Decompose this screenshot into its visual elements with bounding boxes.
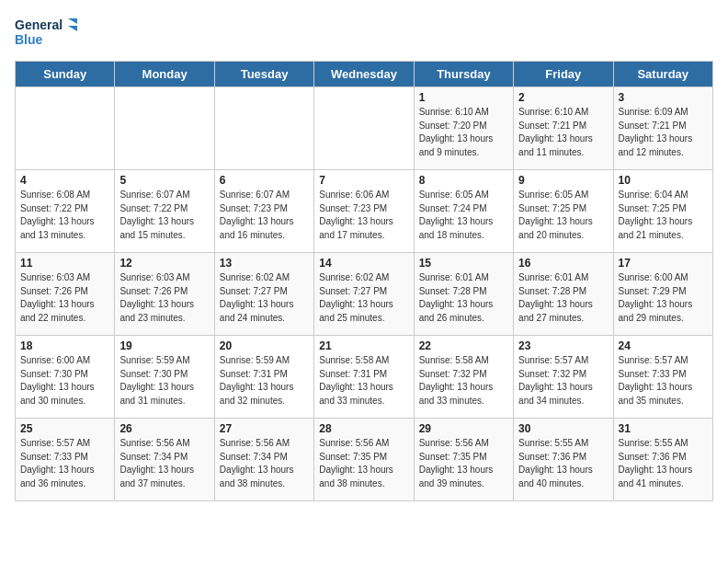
svg-marker-2 [68, 18, 77, 24]
day-number: 9 [518, 174, 608, 187]
calendar-cell: 4Sunrise: 6:08 AM Sunset: 7:22 PM Daylig… [16, 170, 115, 253]
day-number: 8 [419, 174, 508, 187]
day-number: 14 [319, 257, 408, 270]
day-info: Sunrise: 5:56 AM Sunset: 7:34 PM Dayligh… [119, 437, 209, 490]
day-number: 22 [419, 339, 508, 352]
day-number: 25 [20, 422, 109, 435]
day-info: Sunrise: 6:03 AM Sunset: 7:26 PM Dayligh… [119, 271, 209, 325]
day-number: 16 [518, 257, 608, 270]
calendar-cell: 13Sunrise: 6:02 AM Sunset: 7:27 PM Dayli… [214, 253, 313, 336]
weekday-row: SundayMondayTuesdayWednesdayThursdayFrid… [16, 62, 713, 87]
day-number: 10 [619, 174, 708, 187]
calendar-cell: 5Sunrise: 6:07 AM Sunset: 7:22 PM Daylig… [115, 170, 214, 253]
day-number: 3 [619, 91, 708, 104]
calendar-cell: 22Sunrise: 5:58 AM Sunset: 7:32 PM Dayli… [414, 336, 513, 419]
calendar-cell: 10Sunrise: 6:04 AM Sunset: 7:25 PM Dayli… [613, 170, 712, 253]
day-number: 19 [119, 339, 209, 352]
calendar-cell: 30Sunrise: 5:55 AM Sunset: 7:36 PM Dayli… [514, 419, 613, 501]
day-info: Sunrise: 5:59 AM Sunset: 7:30 PM Dayligh… [119, 354, 209, 408]
calendar-cell [214, 87, 313, 170]
day-info: Sunrise: 5:55 AM Sunset: 7:36 PM Dayligh… [619, 437, 708, 490]
day-number: 27 [220, 422, 309, 435]
day-info: Sunrise: 6:07 AM Sunset: 7:23 PM Dayligh… [220, 189, 309, 242]
calendar-week-row: 11Sunrise: 6:03 AM Sunset: 7:26 PM Dayli… [16, 253, 713, 336]
day-number: 18 [20, 339, 109, 352]
calendar-week-row: 18Sunrise: 6:00 AM Sunset: 7:30 PM Dayli… [16, 336, 713, 419]
weekday-header: Monday [115, 62, 214, 87]
header: General Blue [15, 15, 713, 53]
calendar-cell: 29Sunrise: 5:56 AM Sunset: 7:35 PM Dayli… [414, 419, 513, 501]
calendar-cell: 19Sunrise: 5:59 AM Sunset: 7:30 PM Dayli… [115, 336, 214, 419]
logo-svg: General Blue [15, 15, 79, 53]
day-info: Sunrise: 6:00 AM Sunset: 7:29 PM Dayligh… [619, 271, 708, 325]
day-number: 29 [419, 422, 508, 435]
calendar-cell: 21Sunrise: 5:58 AM Sunset: 7:31 PM Dayli… [314, 336, 414, 419]
calendar-cell: 8Sunrise: 6:05 AM Sunset: 7:24 PM Daylig… [414, 170, 513, 253]
calendar-week-row: 25Sunrise: 5:57 AM Sunset: 7:33 PM Dayli… [16, 419, 713, 501]
weekday-header: Thursday [414, 62, 513, 87]
day-info: Sunrise: 6:07 AM Sunset: 7:22 PM Dayligh… [119, 189, 209, 242]
day-info: Sunrise: 6:08 AM Sunset: 7:22 PM Dayligh… [20, 189, 109, 242]
day-info: Sunrise: 5:57 AM Sunset: 7:32 PM Dayligh… [518, 354, 608, 408]
day-info: Sunrise: 6:03 AM Sunset: 7:26 PM Dayligh… [20, 271, 109, 325]
calendar-cell: 9Sunrise: 6:05 AM Sunset: 7:25 PM Daylig… [514, 170, 613, 253]
day-info: Sunrise: 6:01 AM Sunset: 7:28 PM Dayligh… [419, 271, 508, 325]
day-info: Sunrise: 5:57 AM Sunset: 7:33 PM Dayligh… [619, 354, 708, 408]
calendar-cell: 23Sunrise: 5:57 AM Sunset: 7:32 PM Dayli… [514, 336, 613, 419]
day-number: 12 [119, 257, 209, 270]
day-number: 5 [119, 174, 209, 187]
day-number: 15 [419, 257, 508, 270]
calendar-cell: 26Sunrise: 5:56 AM Sunset: 7:34 PM Dayli… [115, 419, 214, 501]
svg-marker-3 [68, 26, 77, 31]
day-info: Sunrise: 6:01 AM Sunset: 7:28 PM Dayligh… [518, 271, 608, 325]
day-info: Sunrise: 6:05 AM Sunset: 7:25 PM Dayligh… [518, 189, 608, 242]
calendar-cell: 11Sunrise: 6:03 AM Sunset: 7:26 PM Dayli… [16, 253, 115, 336]
day-number: 7 [319, 174, 408, 187]
day-number: 31 [619, 422, 708, 435]
day-info: Sunrise: 5:57 AM Sunset: 7:33 PM Dayligh… [20, 437, 109, 490]
day-info: Sunrise: 6:09 AM Sunset: 7:21 PM Dayligh… [619, 106, 708, 159]
calendar-table: SundayMondayTuesdayWednesdayThursdayFrid… [15, 61, 713, 501]
day-number: 13 [220, 257, 309, 270]
day-number: 23 [518, 339, 608, 352]
day-info: Sunrise: 5:58 AM Sunset: 7:31 PM Dayligh… [319, 354, 408, 408]
calendar-cell: 28Sunrise: 5:56 AM Sunset: 7:35 PM Dayli… [314, 419, 414, 501]
day-number: 21 [319, 339, 408, 352]
day-info: Sunrise: 5:56 AM Sunset: 7:35 PM Dayligh… [419, 437, 508, 490]
weekday-header: Wednesday [314, 62, 414, 87]
calendar-cell [115, 87, 214, 170]
day-info: Sunrise: 6:00 AM Sunset: 7:30 PM Dayligh… [20, 354, 109, 408]
day-info: Sunrise: 5:56 AM Sunset: 7:34 PM Dayligh… [220, 437, 309, 490]
calendar-cell: 16Sunrise: 6:01 AM Sunset: 7:28 PM Dayli… [514, 253, 613, 336]
calendar-header: SundayMondayTuesdayWednesdayThursdayFrid… [16, 62, 713, 87]
calendar-cell: 17Sunrise: 6:00 AM Sunset: 7:29 PM Dayli… [613, 253, 712, 336]
calendar-cell: 24Sunrise: 5:57 AM Sunset: 7:33 PM Dayli… [613, 336, 712, 419]
calendar-cell [314, 87, 414, 170]
svg-text:Blue: Blue [15, 32, 43, 47]
day-info: Sunrise: 6:02 AM Sunset: 7:27 PM Dayligh… [220, 271, 309, 325]
day-info: Sunrise: 5:56 AM Sunset: 7:35 PM Dayligh… [319, 437, 408, 490]
day-number: 17 [619, 257, 708, 270]
day-info: Sunrise: 6:02 AM Sunset: 7:27 PM Dayligh… [319, 271, 408, 325]
calendar-cell: 12Sunrise: 6:03 AM Sunset: 7:26 PM Dayli… [115, 253, 214, 336]
day-number: 20 [220, 339, 309, 352]
calendar-cell: 20Sunrise: 5:59 AM Sunset: 7:31 PM Dayli… [214, 336, 313, 419]
day-number: 6 [220, 174, 309, 187]
day-info: Sunrise: 5:55 AM Sunset: 7:36 PM Dayligh… [518, 437, 608, 490]
calendar-cell: 31Sunrise: 5:55 AM Sunset: 7:36 PM Dayli… [613, 419, 712, 501]
day-info: Sunrise: 5:59 AM Sunset: 7:31 PM Dayligh… [220, 354, 309, 408]
logo: General Blue [15, 15, 79, 53]
day-info: Sunrise: 6:05 AM Sunset: 7:24 PM Dayligh… [419, 189, 508, 242]
day-number: 4 [20, 174, 109, 187]
weekday-header: Tuesday [214, 62, 313, 87]
calendar-container: General Blue SundayMondayTuesdayWednesda… [0, 0, 728, 511]
day-info: Sunrise: 6:10 AM Sunset: 7:20 PM Dayligh… [419, 106, 508, 159]
day-info: Sunrise: 6:10 AM Sunset: 7:21 PM Dayligh… [518, 106, 608, 159]
calendar-cell: 3Sunrise: 6:09 AM Sunset: 7:21 PM Daylig… [613, 87, 712, 170]
calendar-cell: 15Sunrise: 6:01 AM Sunset: 7:28 PM Dayli… [414, 253, 513, 336]
calendar-cell: 2Sunrise: 6:10 AM Sunset: 7:21 PM Daylig… [514, 87, 613, 170]
day-number: 28 [319, 422, 408, 435]
weekday-header: Friday [514, 62, 613, 87]
day-number: 26 [119, 422, 209, 435]
calendar-cell: 1Sunrise: 6:10 AM Sunset: 7:20 PM Daylig… [414, 87, 513, 170]
